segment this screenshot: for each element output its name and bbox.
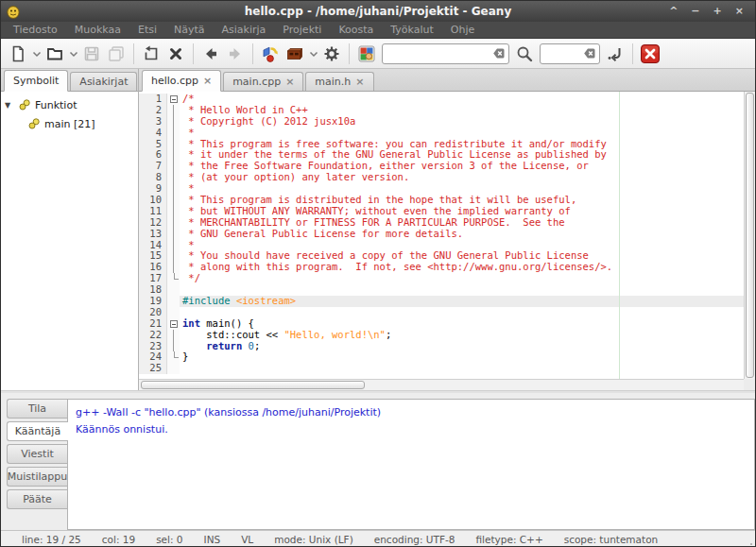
code-line[interactable]: 24}: [139, 351, 744, 363]
fold-margin[interactable]: [167, 94, 180, 105]
fold-margin[interactable]: [167, 318, 180, 330]
code-line[interactable]: 8 * (at your option) any later version.: [139, 172, 744, 183]
shade-button[interactable]: ^: [669, 2, 678, 21]
line-number: 5: [139, 139, 167, 150]
editor-tab-main-h[interactable]: main.h×: [305, 72, 373, 91]
menu-ty-kalut[interactable]: Työkalut: [382, 22, 442, 39]
save-button[interactable]: [79, 42, 104, 66]
quit-button[interactable]: [638, 42, 662, 66]
line-number: 21: [139, 318, 167, 330]
new-file-dropdown[interactable]: [30, 42, 43, 66]
close-tab-icon[interactable]: ×: [355, 77, 364, 87]
menu-muokkaa[interactable]: Muokkaa: [66, 22, 129, 39]
tab-documents[interactable]: Asiakirjat: [70, 72, 137, 91]
fold-line-end: [174, 351, 179, 358]
line-number: 2: [139, 105, 167, 116]
compiler-line[interactable]: g++ -Wall -c "hello.cpp" (kansiossa /hom…: [76, 404, 747, 421]
close-tab-icon[interactable]: ×: [285, 77, 294, 87]
compiler-line[interactable]: Käännös onnistui.: [76, 421, 747, 438]
tree-item-main[interactable]: main [21]: [1, 114, 138, 133]
close-button[interactable]: ×: [735, 2, 744, 21]
line-number: 4: [139, 128, 167, 139]
menu-ohje[interactable]: Ohje: [442, 22, 483, 39]
fold-margin: [167, 116, 180, 128]
editor-tab-label: main.cpp: [232, 73, 281, 92]
open-file-button[interactable]: [43, 42, 67, 66]
code-line[interactable]: 25: [139, 363, 744, 374]
fold-line: [173, 105, 174, 116]
titlebar[interactable]: hello.cpp - /home/juhani/Projektit - Gea…: [1, 1, 755, 22]
clear-goto-line-icon[interactable]: [583, 47, 596, 60]
fold-collapse-icon[interactable]: [170, 95, 178, 103]
panel-tab-viestit[interactable]: Viestit: [7, 444, 67, 464]
navigate-back-button[interactable]: [198, 42, 223, 66]
panel-tab-muistilappu[interactable]: Muistilappu: [7, 467, 67, 487]
code-line[interactable]: 16 * along with this program. If not, se…: [139, 262, 744, 273]
line-number: 13: [139, 229, 167, 240]
compiler-output[interactable]: g++ -Wall -c "hello.cpp" (kansiossa /hom…: [67, 399, 755, 530]
fold-margin: [167, 273, 180, 284]
compile-button[interactable]: [258, 42, 283, 66]
horizontal-scrollbar-thumb[interactable]: [141, 381, 365, 389]
menu-n-yt-[interactable]: Näytä: [165, 22, 214, 39]
panel-tab-tila[interactable]: Tila: [7, 399, 67, 419]
resize-grip[interactable]: [750, 543, 752, 545]
build-dropdown[interactable]: [307, 42, 319, 66]
close-document-button[interactable]: [163, 42, 188, 66]
maximize-button[interactable]: +: [713, 2, 722, 21]
code-text: }: [180, 351, 744, 363]
save-all-button[interactable]: [104, 42, 129, 66]
goto-line-button[interactable]: [603, 42, 627, 66]
code-line[interactable]: 23 return 0;: [139, 341, 744, 352]
code-text: */: [180, 273, 744, 284]
method-icon: [27, 117, 41, 130]
sidebar-tabbar: Symbolit Asiakirjat: [1, 69, 138, 92]
fold-line: [173, 341, 174, 352]
search-button[interactable]: [512, 42, 537, 66]
menu-etsi[interactable]: Etsi: [129, 22, 165, 39]
search-input[interactable]: [383, 45, 492, 62]
panel-tab-k-nt-j-[interactable]: Kääntäjä: [7, 421, 68, 441]
expander-icon[interactable]: ▼: [5, 101, 14, 110]
status-mode: mode: Unix (LF): [274, 534, 353, 545]
fold-margin: [167, 128, 180, 139]
tree-item-functions[interactable]: ▼ Funktiot: [1, 95, 138, 114]
fold-collapse-icon[interactable]: [170, 320, 178, 328]
fold-margin: [167, 307, 180, 318]
editor-tab-hello-cpp[interactable]: hello.cpp×: [142, 70, 221, 92]
code-line[interactable]: 17 */: [139, 273, 744, 284]
code-line[interactable]: 3 * Copyright (C) 2012 jusx10a: [139, 116, 744, 128]
menu-tiedosto[interactable]: Tiedosto: [5, 22, 66, 39]
code-line[interactable]: 13 * GNU General Public License for more…: [139, 229, 744, 240]
vertical-scrollbar[interactable]: [744, 92, 755, 379]
toolbar-separator: [349, 43, 350, 64]
tab-symbols[interactable]: Symbolit: [4, 70, 68, 92]
menu-koosta[interactable]: Koosta: [330, 22, 382, 39]
code-text: [180, 363, 744, 374]
geany-app-icon: [6, 4, 21, 19]
editor-body[interactable]: 1/*2 * Hello World in C++3 * Copyright (…: [139, 92, 755, 390]
panel-tab-p-te[interactable]: Pääte: [7, 489, 67, 509]
new-file-button[interactable]: [6, 42, 30, 66]
fold-margin: [167, 363, 180, 374]
navigate-forward-button[interactable]: [223, 42, 248, 66]
goto-line-input[interactable]: [541, 45, 583, 62]
menu-asiakirja[interactable]: Asiakirja: [214, 22, 275, 39]
clear-search-icon[interactable]: [492, 47, 506, 60]
fold-line: [173, 128, 174, 139]
color-chooser-button[interactable]: [354, 42, 379, 66]
minimize-button[interactable]: −: [691, 2, 699, 21]
code-area[interactable]: 1/*2 * Hello World in C++3 * Copyright (…: [139, 94, 744, 374]
tree-item-label: main [21]: [44, 118, 95, 130]
vertical-scrollbar-thumb[interactable]: [746, 93, 754, 378]
editor-tab-main-cpp[interactable]: main.cpp×: [223, 72, 303, 91]
close-tab-icon[interactable]: ×: [203, 77, 212, 86]
open-file-dropdown[interactable]: [67, 42, 79, 66]
menu-projekti[interactable]: Projekti: [274, 22, 330, 39]
execute-button[interactable]: [319, 42, 344, 66]
code-line[interactable]: 19#include <iostream>: [139, 296, 744, 307]
line-number: 22: [139, 330, 167, 341]
build-button[interactable]: [283, 42, 307, 66]
horizontal-scrollbar[interactable]: [139, 379, 744, 390]
revert-button[interactable]: [139, 42, 163, 66]
